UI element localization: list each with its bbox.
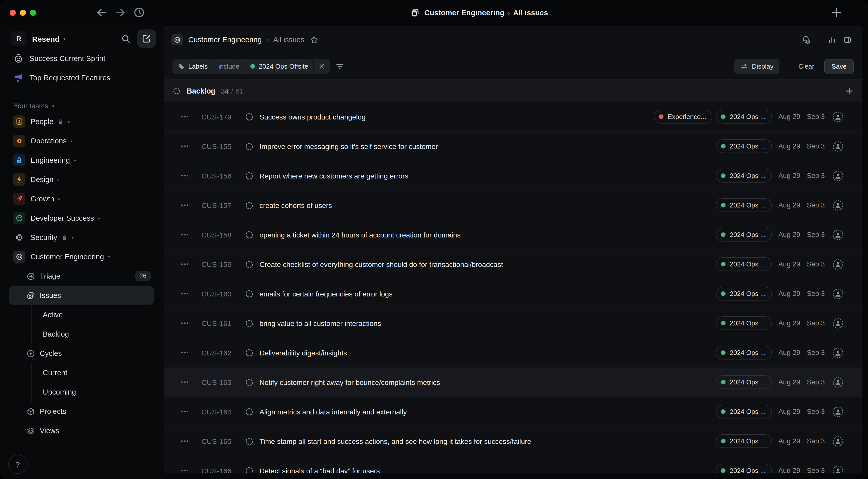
assignee-avatar-icon[interactable] bbox=[832, 436, 844, 447]
close-window-button[interactable] bbox=[10, 10, 16, 16]
save-filters-button[interactable]: Save bbox=[825, 59, 854, 74]
issue-title[interactable]: Create checklist of everything customer … bbox=[259, 260, 503, 268]
assignee-avatar-icon[interactable] bbox=[832, 318, 844, 329]
workspace-switcher[interactable]: R Resend ▾ bbox=[11, 29, 156, 49]
breadcrumb-team[interactable]: Customer Engineering bbox=[188, 36, 262, 44]
issue-row[interactable]: CUS-155Improve error messaging so it’s s… bbox=[164, 132, 862, 161]
minimize-window-button[interactable] bbox=[20, 10, 26, 16]
issue-title[interactable]: Report where new customers are getting e… bbox=[259, 171, 408, 180]
sidebar-team-growth[interactable]: Growth▸ bbox=[0, 189, 164, 209]
sidebar-item-triage[interactable]: Triage26 bbox=[0, 266, 164, 286]
sidebar-item-upcoming[interactable]: Upcoming bbox=[0, 382, 164, 402]
new-tab-plus-icon[interactable] bbox=[830, 7, 843, 19]
issue-row[interactable]: CUS-158opening a ticket within 24 hours … bbox=[164, 220, 862, 250]
label-pill[interactable]: 2024 Ops ... bbox=[716, 110, 772, 124]
priority-icon[interactable] bbox=[181, 352, 188, 353]
priority-icon[interactable] bbox=[181, 234, 188, 235]
issue-row[interactable]: CUS-163Notify customer right away for bo… bbox=[164, 368, 862, 397]
assignee-avatar-icon[interactable] bbox=[832, 347, 844, 358]
sidebar-item-issues[interactable]: Issues bbox=[9, 286, 154, 305]
issue-row[interactable]: CUS-161bring value to all customer inter… bbox=[164, 309, 862, 338]
sidebar-item-backlog[interactable]: Backlog bbox=[0, 324, 164, 344]
assignee-avatar-icon[interactable] bbox=[832, 377, 844, 388]
issue-row[interactable]: CUS-162Deliverability digest/insights202… bbox=[164, 338, 862, 368]
issue-title[interactable]: Success owns product changelog bbox=[259, 113, 366, 121]
assignee-avatar-icon[interactable] bbox=[832, 259, 844, 270]
search-button[interactable] bbox=[118, 31, 133, 46]
priority-icon[interactable] bbox=[181, 411, 188, 412]
issue-title[interactable]: bring value to all customer interactions bbox=[259, 319, 381, 327]
issue-title[interactable]: Deliverability digest/insights bbox=[259, 349, 347, 357]
assignee-avatar-icon[interactable] bbox=[832, 111, 844, 122]
group-header-backlog[interactable]: Backlog 34 / 61 bbox=[164, 80, 862, 102]
sidebar-team-design[interactable]: Design▸ bbox=[0, 170, 164, 189]
issue-row[interactable]: CUS-159Create checklist of everything cu… bbox=[164, 250, 862, 279]
priority-icon[interactable] bbox=[181, 470, 188, 471]
filter-field[interactable]: Labels bbox=[173, 59, 213, 74]
filter-value[interactable]: 2024 Ops Offsite bbox=[245, 59, 313, 74]
sidebar-item-cycles[interactable]: Cycles bbox=[0, 344, 164, 363]
sidebar-favorite-item[interactable]: Success Current Sprint bbox=[0, 49, 164, 68]
issue-title[interactable]: Time stamp all start and success actions… bbox=[259, 437, 531, 445]
label-pill[interactable]: 2024 Ops ... bbox=[716, 257, 772, 271]
sidebar-team-security[interactable]: Security▸ bbox=[0, 228, 164, 247]
forward-icon[interactable] bbox=[115, 7, 126, 18]
issue-row[interactable]: CUS-179Success owns product changelogExp… bbox=[164, 102, 862, 132]
label-pill[interactable]: 2024 Ops ... bbox=[716, 434, 772, 448]
sidebar-team-people[interactable]: People▸ bbox=[0, 112, 164, 131]
label-pill[interactable]: 2024 Ops ... bbox=[716, 375, 772, 389]
issue-row[interactable]: CUS-160emails for certain frequencies of… bbox=[164, 279, 862, 309]
insights-button[interactable] bbox=[824, 32, 839, 47]
add-issue-plus-icon[interactable] bbox=[845, 87, 854, 96]
assignee-avatar-icon[interactable] bbox=[832, 406, 844, 417]
new-issue-button[interactable] bbox=[137, 30, 156, 48]
history-icon[interactable] bbox=[133, 7, 145, 18]
issue-title[interactable]: Notify customer right away for bounce/co… bbox=[259, 378, 440, 386]
issue-row[interactable]: CUS-157create cohorts of users2024 Ops .… bbox=[164, 191, 862, 220]
back-icon[interactable] bbox=[96, 7, 107, 18]
favorite-star-icon[interactable] bbox=[310, 35, 318, 44]
priority-icon[interactable] bbox=[181, 381, 188, 383]
filter-operator[interactable]: include bbox=[213, 59, 245, 74]
assignee-avatar-icon[interactable] bbox=[832, 170, 844, 181]
sidebar-team-developer-success[interactable]: Developer Success▸ bbox=[0, 209, 164, 228]
label-pill[interactable]: 2024 Ops ... bbox=[716, 139, 772, 153]
notifications-subscribe-button[interactable] bbox=[798, 32, 813, 47]
label-pill[interactable]: 2024 Ops ... bbox=[716, 405, 772, 418]
issue-title[interactable]: emails for certain frequencies of error … bbox=[259, 290, 393, 298]
assignee-avatar-icon[interactable] bbox=[832, 288, 844, 299]
sidebar-team-engineering[interactable]: Engineering▸ bbox=[0, 151, 164, 170]
priority-icon[interactable] bbox=[181, 175, 188, 177]
label-pill[interactable]: 2024 Ops ... bbox=[716, 228, 772, 242]
issue-row[interactable]: CUS-164Align metrics and data internally… bbox=[164, 397, 862, 427]
issue-title[interactable]: opening a ticket within 24 hours of acco… bbox=[259, 231, 461, 239]
display-options-button[interactable]: Display bbox=[734, 59, 779, 74]
label-pill[interactable]: 2024 Ops ... bbox=[716, 287, 772, 300]
assignee-avatar-icon[interactable] bbox=[832, 199, 844, 211]
priority-icon[interactable] bbox=[181, 146, 188, 147]
help-button[interactable]: ? bbox=[8, 455, 28, 474]
issue-title[interactable]: create cohorts of users bbox=[259, 201, 332, 209]
label-pill[interactable]: 2024 Ops ... bbox=[716, 169, 772, 183]
teams-section-header[interactable]: Your teams ▾ bbox=[14, 100, 164, 112]
issue-row[interactable]: CUS-165Time stamp all start and success … bbox=[164, 427, 862, 456]
add-filter-icon[interactable] bbox=[335, 62, 344, 71]
issue-row[interactable]: CUS-156Report where new customers are ge… bbox=[164, 161, 862, 191]
clear-filters-button[interactable]: Clear bbox=[795, 63, 818, 70]
filter-remove-button[interactable] bbox=[314, 59, 330, 74]
priority-icon[interactable] bbox=[181, 440, 188, 442]
zoom-window-button[interactable] bbox=[30, 10, 36, 16]
sidebar-team-customer-engineering[interactable]: Customer Engineering▾ bbox=[0, 247, 164, 266]
priority-icon[interactable] bbox=[181, 263, 188, 265]
side-panel-toggle-button[interactable] bbox=[839, 32, 855, 47]
label-pill[interactable]: 2024 Ops ... bbox=[716, 464, 772, 473]
sidebar-item-projects[interactable]: Projects bbox=[0, 402, 164, 421]
label-pill[interactable]: 2024 Ops ... bbox=[716, 316, 772, 330]
issue-row[interactable]: CUS-166Detect signals of a “bad day” for… bbox=[164, 456, 862, 473]
issue-title[interactable]: Align metrics and data internally and ex… bbox=[259, 408, 407, 416]
sidebar-favorite-item[interactable]: Top Requested Features bbox=[0, 68, 164, 88]
sidebar-item-active[interactable]: Active bbox=[0, 305, 164, 324]
priority-icon[interactable] bbox=[181, 322, 188, 324]
issue-title[interactable]: Detect signals of a “bad day” for users bbox=[259, 467, 380, 473]
label-pill[interactable]: 2024 Ops ... bbox=[716, 346, 772, 359]
